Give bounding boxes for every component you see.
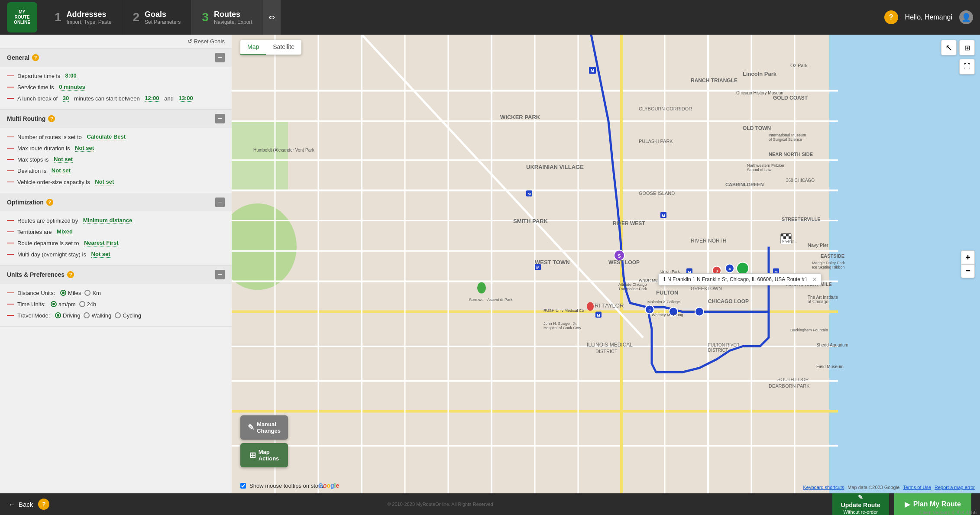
travel-walking-radio[interactable]	[84, 312, 90, 318]
map-tab-map[interactable]: Map	[240, 40, 266, 55]
units-collapse-btn[interactable]: −	[215, 270, 225, 279]
multi-routing-collapse-btn[interactable]: −	[215, 114, 225, 123]
map-area: S 6 3 4	[232, 35, 980, 493]
svg-text:CABRINI-GREEN: CABRINI-GREEN	[725, 182, 764, 187]
fullscreen-btn[interactable]: ⛶	[959, 59, 975, 74]
map-background: S 6 3 4	[232, 35, 980, 493]
vehicle-capacity-value[interactable]: Not set	[95, 178, 114, 185]
map-tab-satellite[interactable]: Satellite	[266, 40, 301, 55]
map-actions-icon: ⊞	[249, 450, 256, 460]
main-layout: ↺ Reset Goals General ? − — Departure ti…	[0, 35, 980, 493]
num-routes-value[interactable]: Calculate Best	[87, 133, 126, 140]
tab-goals-num: 2	[133, 11, 139, 23]
lunch-end-value[interactable]: 13:00	[179, 95, 193, 102]
manual-changes-btn[interactable]: ✎ ManualChanges	[240, 415, 288, 440]
travel-walking-option[interactable]: Walking	[84, 312, 111, 319]
svg-text:GOOSE ISLAND: GOOSE ISLAND	[639, 191, 675, 196]
bottom-help-btn[interactable]: ?	[38, 499, 49, 510]
svg-text:Shedd Aquarium: Shedd Aquarium	[816, 343, 848, 347]
distance-km-radio[interactable]	[84, 290, 91, 296]
territories-value[interactable]: Mixed	[57, 228, 73, 235]
distance-km-option[interactable]: Km	[84, 290, 101, 296]
deviation-value[interactable]: Not set	[52, 167, 71, 174]
manual-changes-label: ManualChanges	[257, 421, 281, 434]
max-stops-value[interactable]: Not set	[54, 156, 73, 163]
distance-miles-radio[interactable]	[60, 290, 66, 296]
travel-driving-option[interactable]: Driving	[55, 312, 80, 319]
update-route-sub: Without re-order	[844, 509, 878, 515]
multi-routing-help-icon[interactable]: ?	[48, 115, 55, 122]
setting-multiday: — Multi-day (overnight stay) is Not set	[7, 249, 225, 260]
setting-max-duration: — Max route duration is Not set	[7, 143, 225, 154]
optimized-by-value[interactable]: Minimum distance	[83, 217, 132, 224]
setting-service-time: — Service time is 0 minutes	[7, 81, 225, 93]
general-help-icon[interactable]: ?	[32, 54, 39, 61]
cursor-icon-btn[interactable]: ↖	[941, 40, 957, 55]
time-ampm-radio[interactable]	[51, 301, 57, 307]
general-collapse-btn[interactable]: −	[215, 53, 225, 62]
map-data-label: Map data ©2023 Google	[847, 485, 899, 490]
svg-rect-2	[232, 121, 288, 191]
svg-text:S: S	[618, 253, 621, 259]
svg-text:SMITH PARK: SMITH PARK	[513, 218, 548, 224]
bottom-bar: ← Back ? © 2010-2023 MyRouteOnline. All …	[0, 493, 980, 515]
back-btn[interactable]: ← Back	[9, 501, 33, 508]
lunch-duration-value[interactable]: 30	[63, 95, 69, 102]
tab-goals[interactable]: 2 Goals Set Parameters	[122, 0, 191, 35]
map-top-icons: ↖ ⊞	[941, 40, 975, 55]
tooltip-close-icon[interactable]: ✕	[812, 276, 817, 282]
top-bar-right: ? Hello, Hemangi 👤	[884, 10, 973, 24]
service-time-value[interactable]: 0 minutes	[59, 84, 85, 91]
distance-miles-option[interactable]: Miles	[60, 290, 81, 296]
terms-of-use-link[interactable]: Terms of Use	[903, 485, 931, 490]
help-button[interactable]: ?	[884, 10, 898, 24]
map-actions-btn[interactable]: ⊞ MapActions	[240, 443, 288, 467]
user-avatar-icon[interactable]: 👤	[959, 10, 973, 24]
travel-cycling-option[interactable]: Cycling	[115, 312, 141, 319]
max-duration-value[interactable]: Not set	[75, 145, 94, 152]
tab-addresses[interactable]: 1 Addresses Import, Type, Paste	[44, 0, 122, 35]
optimization-collapse-btn[interactable]: −	[215, 198, 225, 207]
setting-max-stops: — Max stops is Not set	[7, 154, 225, 165]
show-tooltips-checkbox[interactable]	[240, 483, 246, 489]
keyboard-shortcuts-link[interactable]: Keyboard shortcuts	[803, 485, 844, 490]
svg-text:Hospital of Cook Cnty: Hospital of Cook Cnty	[543, 326, 582, 330]
departure-time-value[interactable]: 8:00	[65, 72, 77, 79]
update-route-btn[interactable]: ✎ Update Route Without re-order	[832, 490, 889, 515]
time-ampm-option[interactable]: am/pm	[51, 301, 76, 308]
optimization-help-icon[interactable]: ?	[46, 199, 53, 206]
map-container[interactable]: S 6 3 4	[232, 35, 980, 493]
tab-routes-sub: Navigate, Export	[214, 19, 252, 25]
tab-routes[interactable]: 3 Routes Navigate, Export	[191, 0, 263, 35]
departure-value[interactable]: Nearest First	[84, 240, 118, 246]
svg-text:Navy Pier: Navy Pier	[808, 243, 828, 248]
svg-text:M: M	[536, 266, 540, 270]
setting-travel-mode: — Travel Mode: Driving Walking	[7, 310, 225, 321]
time-24h-radio[interactable]	[79, 301, 85, 307]
report-error-link[interactable]: Report a map error	[935, 485, 975, 490]
lunch-start-value[interactable]: 12:00	[145, 95, 159, 102]
client-version: Client Version: 4.30.4.4656	[919, 510, 977, 515]
section-multi-routing: Multi Routing ? − — Number of routes is …	[0, 110, 232, 193]
zoom-out-btn[interactable]: −	[961, 264, 975, 278]
time-24h-option[interactable]: 24h	[79, 301, 97, 308]
reset-goals-link[interactable]: ↺ Reset Goals	[188, 38, 225, 45]
svg-text:EASTSIDE: EASTSIDE	[821, 253, 844, 259]
plan-route-label: Plan My Route	[913, 500, 961, 508]
layers-icon-btn[interactable]: ⊞	[959, 40, 975, 55]
units-help-icon[interactable]: ?	[67, 271, 74, 278]
update-route-icon: ✎	[858, 493, 863, 501]
plan-route-icon: ▶	[905, 500, 910, 509]
svg-text:M: M	[597, 313, 600, 317]
travel-cycling-radio[interactable]	[115, 312, 121, 318]
google-logo: Google	[318, 482, 339, 489]
travel-driving-radio[interactable]	[55, 312, 61, 318]
svg-text:Riverw...: Riverw...	[782, 239, 797, 243]
svg-text:UKRAINIAN VILLAGE: UKRAINIAN VILLAGE	[526, 164, 584, 170]
tab-collapse[interactable]: ⇔	[263, 0, 281, 35]
svg-rect-1	[829, 35, 980, 493]
multiday-value[interactable]: Not set	[91, 251, 110, 258]
distance-radio-group: Miles Km	[60, 290, 101, 296]
zoom-in-btn[interactable]: +	[961, 250, 975, 264]
zoom-controls: + −	[961, 250, 975, 278]
